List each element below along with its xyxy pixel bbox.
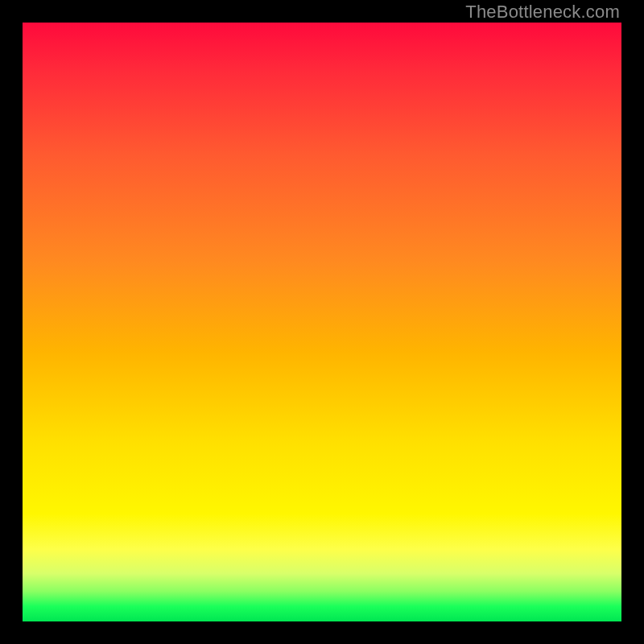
watermark-text: TheBottleneck.com [465,2,620,23]
background-gradient [23,23,621,621]
plot-area [23,23,621,621]
chart-frame: TheBottleneck.com [0,0,644,644]
